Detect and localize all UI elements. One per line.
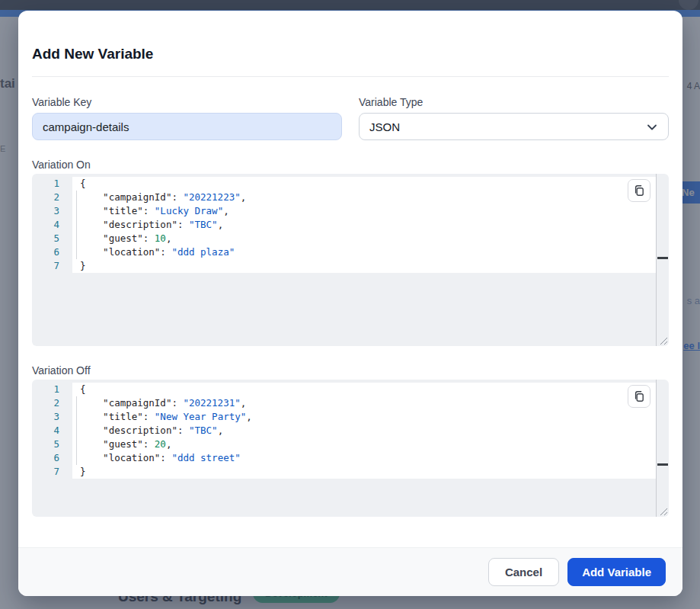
fields-row: Variable Key Variable Type JSON: [32, 96, 669, 140]
modal-title: Add New Variable: [32, 46, 669, 63]
line-number: 2: [32, 191, 72, 204]
copy-icon: [633, 184, 645, 197]
line-content[interactable]: "description": "TBC",: [72, 424, 657, 438]
scrollbar-thumb[interactable]: [657, 257, 668, 259]
line-content[interactable]: "guest": 20,: [72, 438, 657, 451]
line-number: 1: [32, 177, 72, 191]
code-line[interactable]: 4 "description": "TBC",: [32, 218, 657, 232]
add-variable-button[interactable]: Add Variable: [567, 558, 666, 586]
line-number: 5: [32, 232, 72, 245]
copy-button[interactable]: [628, 385, 650, 408]
variation-on-editor[interactable]: 1{2 "campaignId": "20221223",3 "title": …: [32, 174, 669, 346]
scrollbar-track: [656, 174, 657, 346]
code-line[interactable]: 4 "description": "TBC",: [32, 424, 657, 438]
variable-key-field-group: Variable Key: [32, 96, 342, 140]
copy-icon: [633, 390, 645, 402]
cancel-button[interactable]: Cancel: [488, 558, 559, 586]
code-area[interactable]: 1{2 "campaignId": "20221223",3 "title": …: [32, 174, 669, 273]
line-number: 2: [32, 396, 72, 410]
modal-footer: Cancel Add Variable: [18, 547, 682, 596]
line-number: 1: [32, 383, 72, 396]
line-number: 3: [32, 204, 72, 218]
variable-type-selected-value: JSON: [369, 120, 400, 133]
variable-type-label: Variable Type: [359, 96, 669, 108]
line-content[interactable]: "description": "TBC",: [72, 218, 657, 232]
line-number: 6: [32, 245, 72, 259]
line-content[interactable]: "campaignId": "20221231",: [72, 396, 657, 410]
variation-off-editor[interactable]: 1{2 "campaignId": "20221231",3 "title": …: [32, 380, 669, 517]
line-content[interactable]: {: [72, 383, 657, 396]
code-line[interactable]: 2 "campaignId": "20221231",: [32, 396, 657, 410]
line-number: 6: [32, 451, 72, 465]
line-number: 4: [32, 218, 72, 232]
code-line[interactable]: 2 "campaignId": "20221223",: [32, 191, 657, 204]
code-line[interactable]: 7}: [32, 259, 657, 273]
code-line[interactable]: 3 "title": "Lucky Draw",: [32, 204, 657, 218]
line-content[interactable]: "location": "ddd street": [72, 451, 657, 465]
line-content[interactable]: {: [72, 177, 657, 191]
line-content[interactable]: }: [72, 259, 657, 273]
variation-off-label: Variation Off: [32, 364, 669, 377]
code-area[interactable]: 1{2 "campaignId": "20221231",3 "title": …: [32, 380, 669, 479]
code-line[interactable]: 7}: [32, 465, 657, 479]
code-line[interactable]: 5 "guest": 20,: [32, 438, 657, 451]
variable-type-field-group: Variable Type JSON: [359, 96, 669, 140]
resize-handle-icon[interactable]: [659, 336, 667, 345]
line-number: 3: [32, 410, 72, 424]
code-line[interactable]: 6 "location": "ddd street": [32, 451, 657, 465]
line-content[interactable]: "guest": 10,: [72, 232, 657, 245]
line-number: 4: [32, 424, 72, 438]
scrollbar-thumb[interactable]: [657, 463, 668, 466]
variation-on-label: Variation On: [32, 159, 669, 171]
indent-guide: [76, 396, 77, 465]
line-content[interactable]: "title": "New Year Party",: [72, 410, 657, 424]
chevron-down-icon: [646, 121, 658, 136]
line-number: 5: [32, 438, 72, 451]
code-line[interactable]: 5 "guest": 10,: [32, 232, 657, 245]
title-divider: [32, 76, 669, 77]
code-line[interactable]: 3 "title": "New Year Party",: [32, 410, 657, 424]
line-number: 7: [32, 259, 72, 273]
code-line[interactable]: 1{: [32, 383, 657, 396]
code-line[interactable]: 1{: [32, 177, 657, 191]
scrollbar-track: [656, 380, 657, 517]
code-line[interactable]: 6 "location": "ddd plaza": [32, 245, 657, 259]
resize-handle-icon[interactable]: [659, 507, 667, 515]
line-content[interactable]: }: [72, 465, 657, 479]
variable-key-input[interactable]: [32, 113, 342, 140]
variable-type-select[interactable]: JSON: [359, 113, 669, 140]
line-content[interactable]: "campaignId": "20221223",: [72, 191, 657, 204]
variable-key-label: Variable Key: [32, 96, 342, 108]
copy-button[interactable]: [628, 179, 650, 202]
indent-guide: [76, 191, 77, 259]
line-content[interactable]: "title": "Lucky Draw",: [72, 204, 657, 218]
line-content[interactable]: "location": "ddd plaza": [72, 245, 657, 259]
line-number: 7: [32, 465, 72, 479]
add-variable-modal: Add New Variable Variable Key Variable T…: [18, 11, 682, 596]
